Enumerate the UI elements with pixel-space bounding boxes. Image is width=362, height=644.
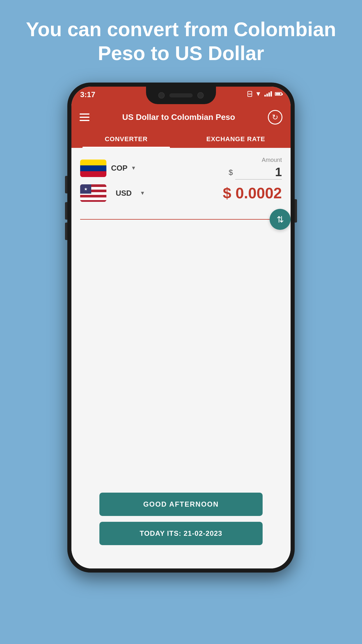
refresh-icon: ↻ — [272, 113, 278, 122]
from-currency-code: COP — [111, 164, 127, 173]
divider-line-right — [181, 219, 282, 220]
phone-screen: 3:17 SD ▼ — [71, 87, 291, 568]
date-label: TODAY ITS: 21-02-2023 — [140, 529, 222, 538]
wifi-icon: ▼ — [255, 90, 261, 98]
amount-input-row: $ — [229, 165, 282, 180]
from-currency-dropdown[interactable]: ▼ — [131, 165, 136, 171]
menu-button[interactable] — [80, 113, 89, 121]
amount-label: Amount — [229, 157, 282, 163]
app-title: US Dollar to Colombian Peso — [89, 113, 268, 122]
to-currency-row: ★ USD ▼ $ 0.0002 — [80, 184, 282, 202]
cop-flag — [80, 160, 106, 177]
tab-converter[interactable]: CONVERTER — [71, 130, 181, 148]
hamburger-line — [80, 113, 89, 115]
status-time: 3:17 — [80, 90, 95, 99]
from-currency-row: COP ▼ Amount $ — [80, 157, 282, 180]
greeting-button[interactable]: GOOD AFTERNOON — [99, 493, 263, 516]
swap-icon: ⇅ — [277, 214, 284, 225]
battery-icon — [275, 92, 282, 96]
signal-icon — [264, 91, 272, 97]
headline: You can convert from Colombian Peso to U… — [0, 0, 362, 80]
refresh-button[interactable]: ↻ — [268, 110, 282, 125]
tab-bar: CONVERTER EXCHANGE RATE — [71, 130, 291, 148]
front-camera — [158, 92, 165, 99]
status-icons: SD ▼ — [247, 90, 282, 98]
usd-flag-star: ★ — [84, 187, 88, 191]
amount-input[interactable] — [235, 165, 282, 180]
divider-line-left — [80, 219, 181, 220]
greeting-label: GOOD AFTERNOON — [143, 500, 219, 508]
phone-body: 3:17 SD ▼ — [67, 83, 295, 573]
tab-exchange-rate[interactable]: EXCHANGE RATE — [181, 130, 291, 148]
amount-section: Amount $ — [229, 157, 282, 180]
hamburger-line — [80, 120, 89, 121]
ir-sensor — [197, 92, 204, 99]
dollar-sign: $ — [229, 168, 233, 177]
hamburger-line — [80, 117, 89, 118]
notch — [146, 87, 216, 104]
to-currency-dropdown[interactable]: ▼ — [140, 190, 145, 196]
result-value: $ 0.0002 — [223, 184, 282, 202]
date-button[interactable]: TODAY ITS: 21-02-2023 — [99, 522, 263, 545]
app-header: US Dollar to Colombian Peso ↻ — [71, 104, 291, 130]
usd-flag-canton: ★ — [80, 184, 91, 194]
usd-flag: ★ — [80, 184, 106, 202]
sd-icon: SD — [247, 91, 252, 97]
bottom-section: GOOD AFTERNOON TODAY ITS: 21-02-2023 — [71, 493, 291, 545]
to-currency-info: ★ USD ▼ — [80, 184, 145, 202]
content-area: COP ▼ Amount $ — [71, 148, 291, 568]
speaker — [169, 93, 193, 97]
to-currency-code: USD — [116, 189, 132, 198]
swap-button[interactable]: ⇅ — [270, 209, 291, 230]
converter-section: COP ▼ Amount $ — [71, 148, 291, 230]
phone-mockup: 3:17 SD ▼ — [67, 83, 295, 573]
divider-section: ⇅ — [80, 209, 282, 230]
